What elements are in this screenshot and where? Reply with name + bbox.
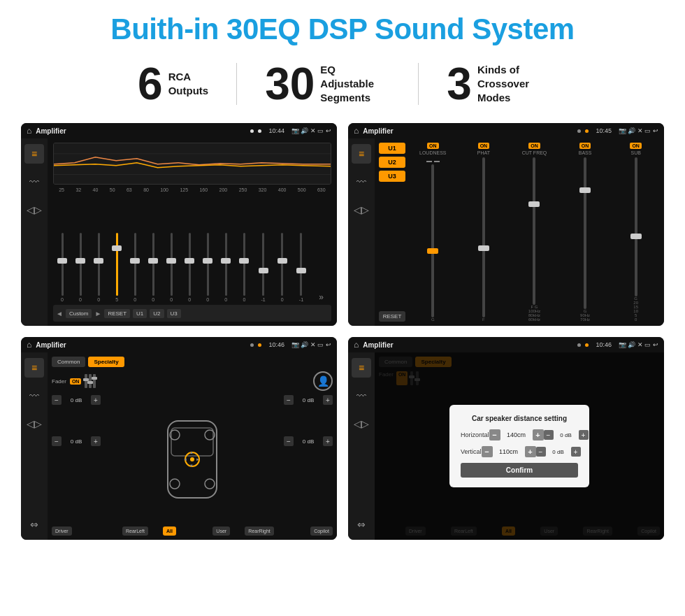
vertical-plus[interactable]: +	[525, 446, 536, 457]
vol-rr-minus[interactable]: −	[284, 436, 294, 446]
db2-val: 0 dB	[548, 449, 569, 455]
db1-val: 0 dB	[556, 432, 577, 438]
vol-fr-minus[interactable]: −	[284, 395, 294, 405]
vol-rl-plus[interactable]: +	[91, 436, 101, 446]
db2-minus[interactable]: −	[536, 447, 546, 457]
eq-u3-btn[interactable]: U3	[167, 309, 181, 318]
driver-btn[interactable]: Driver	[52, 527, 72, 536]
eq-slider-5: 0	[152, 233, 154, 302]
eq-slider-3: 5	[115, 233, 118, 302]
eq-slider-12: 0	[281, 233, 284, 302]
vertical-minus[interactable]: −	[482, 446, 493, 457]
eq-reset-btn[interactable]: RESET	[104, 309, 130, 318]
slider-bass[interactable]	[584, 157, 586, 309]
svg-point-10	[170, 479, 180, 489]
label-sub: SUB	[630, 150, 640, 155]
label-bass: BASS	[579, 150, 592, 155]
on-bass[interactable]: ON	[579, 143, 591, 149]
eq-custom-btn[interactable]: Custom	[66, 309, 92, 318]
user-btn[interactable]: User	[212, 527, 230, 536]
screen3-bottom: Driver RearLeft All User RearRight Copil…	[52, 527, 333, 536]
sidebar-vol-icon[interactable]: ◁▷	[24, 200, 44, 220]
on-sub[interactable]: ON	[630, 143, 642, 149]
on-cutfreq[interactable]: ON	[528, 143, 540, 149]
tab-common-3[interactable]: Common	[52, 357, 85, 367]
sidebar-1: ≡ 〰 ◁▷	[21, 138, 48, 326]
confirm-button[interactable]: Confirm	[461, 463, 578, 478]
all-btn[interactable]: All	[163, 527, 176, 536]
horizontal-minus[interactable]: −	[489, 429, 500, 440]
slider-loudness[interactable]	[431, 164, 434, 317]
sidebar-arrows-3[interactable]: ⇔	[24, 515, 44, 534]
sidebar-arrows-4[interactable]: ⇔	[352, 515, 371, 534]
sidebar-eq-icon-3[interactable]: ≡	[24, 358, 44, 378]
preset-u1[interactable]: U1	[379, 143, 405, 154]
vol-fl-plus[interactable]: +	[91, 395, 101, 405]
sidebar-wave-icon-2[interactable]: 〰	[352, 172, 371, 192]
svg-text:▼: ▼	[189, 464, 194, 468]
sidebar-eq-icon-2[interactable]: ≡	[352, 144, 371, 164]
rearleft-btn[interactable]: RearLeft	[122, 527, 148, 536]
sidebar-4: ≡ 〰 ◁▷ ⇔	[348, 352, 375, 540]
on-loudness[interactable]: ON	[427, 143, 439, 149]
preset-u3[interactable]: U3	[379, 171, 405, 182]
amp2-controls: ON LOUDNESS G	[409, 143, 660, 322]
vol-fl-minus[interactable]: −	[52, 395, 62, 405]
status-bar-1: ⌂ Amplifier 10:44 📷 🔊 ✕ ▭ ↩	[21, 123, 337, 138]
eq-next-icon[interactable]: ►	[94, 310, 101, 317]
vertical-value: 110cm	[495, 448, 523, 455]
horizontal-plus[interactable]: +	[533, 429, 544, 440]
dot-5	[250, 343, 254, 347]
copilot-btn[interactable]: Copilot	[310, 527, 333, 536]
tab-specialty-3[interactable]: Specialty	[88, 357, 124, 367]
vol-rr-plus[interactable]: +	[323, 436, 333, 446]
db1-minus[interactable]: −	[544, 430, 554, 440]
dot-6	[258, 343, 261, 347]
label-loudness: LOUDNESS	[419, 150, 447, 155]
home-icon-3[interactable]: ⌂	[27, 340, 31, 350]
preset-u2[interactable]: U2	[379, 157, 405, 168]
modal-right-1: − 0 dB +	[544, 430, 589, 440]
home-icon-4[interactable]: ⌂	[354, 340, 359, 350]
rearright-btn[interactable]: RearRight	[245, 527, 274, 536]
status-icons-4: 📷 🔊 ✕ ▭ ↩	[619, 341, 658, 348]
slider-phat[interactable]	[482, 157, 485, 317]
slider-sub[interactable]	[635, 157, 637, 296]
vol-row-fl: − 0 dB +	[52, 395, 101, 405]
tab-row-3: Common Specialty	[52, 357, 333, 367]
sidebar-vol-icon-3[interactable]: ◁▷	[24, 414, 44, 434]
amp2-reset[interactable]: RESET	[379, 311, 405, 322]
db1-plus[interactable]: +	[579, 430, 589, 440]
sidebar-vol-icon-4[interactable]: ◁▷	[352, 414, 371, 434]
sidebar-vol-icon-2[interactable]: ◁▷	[352, 200, 371, 220]
vol-col-left: − 0 dB + − 0 dB +	[52, 395, 101, 524]
fader-on-badge[interactable]: ON	[70, 378, 82, 385]
eq-u2-btn[interactable]: U2	[150, 309, 164, 318]
screen-modal: ⌂ Amplifier 10:46 📷 🔊 ✕ ▭ ↩ ≡ 〰 ◁▷ ⇔ Com…	[348, 337, 664, 540]
db2-plus[interactable]: +	[571, 447, 581, 457]
sidebar-wave-icon[interactable]: 〰	[24, 172, 44, 192]
eq-slider-6: 0	[170, 233, 173, 302]
home-icon-2[interactable]: ⌂	[354, 126, 359, 136]
sidebar-wave-icon-4[interactable]: 〰	[352, 386, 371, 406]
on-phat[interactable]: ON	[478, 143, 490, 149]
freq-loudness: G	[431, 317, 435, 322]
person-icon-3: 👤	[313, 371, 333, 391]
eq-slider-chevron: »	[319, 292, 324, 302]
modal-row-horizontal: Horizontal − 140cm + − 0 dB +	[461, 429, 578, 440]
vol-fr-plus[interactable]: +	[323, 395, 333, 405]
status-bar-4: ⌂ Amplifier 10:46 📷 🔊 ✕ ▭ ↩	[348, 337, 664, 352]
eq-prev-icon[interactable]: ◄	[56, 310, 63, 317]
sidebar-eq-icon[interactable]: ≡	[24, 144, 44, 164]
sidebar-eq-icon-4[interactable]: ≡	[352, 358, 371, 378]
vol-row-fr: − 0 dB +	[284, 395, 333, 405]
home-icon-1[interactable]: ⌂	[27, 126, 31, 136]
eq-u1-btn[interactable]: U1	[133, 309, 147, 318]
sidebar-wave-icon-3[interactable]: 〰	[24, 386, 44, 406]
app-name-2: Amplifier	[363, 127, 573, 135]
speaker-car-diagram: ▲ ▼ ◄ ►	[105, 395, 280, 524]
stat-eq-text: EQ AdjustableSegments	[320, 63, 390, 106]
vol-rl-minus[interactable]: −	[52, 436, 62, 446]
slider-cutfreq[interactable]	[533, 157, 535, 305]
control-sub: ON SUB G20151050	[612, 143, 660, 322]
